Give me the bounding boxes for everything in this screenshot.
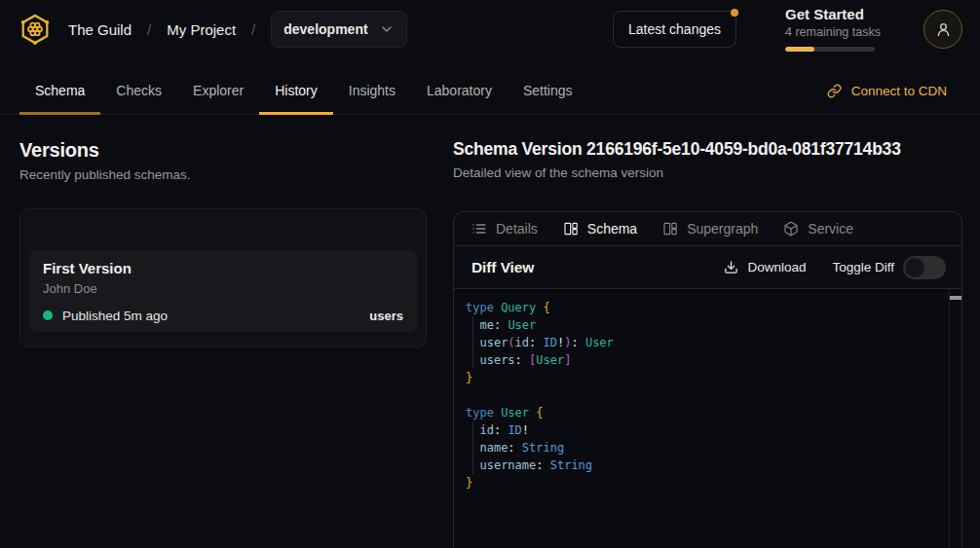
toggle-diff-label: Toggle Diff [832,260,894,274]
version-name: First Version [43,261,403,277]
target-select[interactable]: development [271,11,406,48]
versions-title: Versions [19,140,427,160]
code-line: username: String [466,457,936,474]
schema-code-viewer: type Query { me: User user(id: ID!): Use… [454,289,961,548]
version-meta-row: Published 5m ago users [43,309,403,323]
main-content: Versions Recently published schemas. Fir… [0,115,980,548]
nav-tab-label: Checks [116,83,162,98]
download-button[interactable]: Download [724,260,806,274]
toggle-knob [905,258,924,277]
nav-tab-label: Settings [523,83,573,98]
nav-tab-label: Explorer [193,83,244,98]
user-icon [934,20,953,39]
published-status-dot [43,311,53,320]
connect-to-cdn-label: Connect to CDN [851,84,947,98]
nav-tab-schema[interactable]: Schema [19,58,100,114]
nav-tab-history[interactable]: History [259,58,333,114]
breadcrumb-separator: / [147,21,151,38]
detail-tab-service[interactable]: Service [783,221,853,237]
detail-tab-label: Schema [587,221,637,237]
graphql-sdl-code[interactable]: type Query { me: User user(id: ID!): Use… [454,289,961,492]
header-right-cluster: Latest changes Get Started 4 remaining t… [613,7,962,52]
nav-tab-laboratory[interactable]: Laboratory [411,58,508,114]
detail-tab-details[interactable]: Details [471,221,538,237]
code-line: users: [User] [466,351,936,369]
detail-tab-label: Supergraph [687,221,758,237]
detail-tab-label: Service [808,221,853,237]
indent-guide [472,421,473,474]
toggle-diff-switch[interactable] [903,256,946,279]
detail-tab-supergraph[interactable]: Supergraph [662,221,758,237]
breadcrumb-project[interactable]: My Project [167,21,236,38]
version-status: Published 5m ago [62,309,168,323]
nav-tab-label: Insights [349,83,396,98]
version-service-badge: users [369,309,403,323]
get-started-widget[interactable]: Get Started 4 remaining tasks [785,7,875,52]
code-line: type Query { [466,299,936,316]
code-line: name: String [466,439,936,457]
schema-version-subtitle: Detailed view of the schema version [453,166,962,179]
top-header: The Guild / My Project / development Lat… [0,0,980,58]
schema-version-detail-box: Details Schema Supergr [453,211,962,548]
notification-dot [731,9,738,17]
latest-changes-label: Latest changes [628,21,721,37]
chevron-down-icon [379,21,395,37]
detail-tab-schema[interactable]: Schema [563,221,637,237]
box-icon [783,221,799,237]
nav-tab-label: History [275,83,318,98]
indent-guide [472,316,473,369]
breadcrumb-separator-2: / [251,21,255,38]
code-scrollbar-thumb[interactable] [950,296,961,300]
get-started-progressbar [785,47,875,52]
version-detail-panel: Schema Version 2166196f-5e10-4059-bd0a-0… [453,140,962,548]
nav-tab-explorer[interactable]: Explorer [177,58,259,114]
nav-tab-settings[interactable]: Settings [508,58,588,114]
detail-tab-label: Details [496,221,538,237]
primary-nav: Schema Checks Explorer History Insights … [0,58,980,115]
diff-actions: Download Toggle Diff [724,256,946,279]
code-line: } [466,474,936,492]
latest-changes-button[interactable]: Latest changes [613,11,736,48]
version-author: John Doe [43,282,403,296]
breadcrumb-org[interactable]: The Guild [68,21,132,38]
code-line: id: ID! [466,421,936,439]
nav-tab-checks[interactable]: Checks [100,58,177,114]
connect-to-cdn-link[interactable]: Connect to CDN [827,58,947,114]
code-line: user(id: ID!): User [466,334,936,351]
get-started-subtitle: 4 remaining tasks [785,26,875,39]
versions-subtitle: Recently published schemas. [19,168,427,181]
detail-tabs: Details Schema Supergr [454,212,961,246]
panels-icon [563,221,579,237]
panels-icon [662,221,678,237]
nav-tab-label: Laboratory [427,83,492,98]
diff-view-heading: Diff View [471,259,534,276]
nav-tab-insights[interactable]: Insights [333,58,411,114]
schema-version-title: Schema Version 2166196f-5e10-4059-bd0a-0… [453,140,962,158]
diff-toolbar: Diff View Download Toggle Diff [454,246,961,289]
code-scrollbar[interactable] [949,289,961,548]
version-card[interactable]: First Version John Doe Published 5m ago … [29,250,417,332]
user-avatar[interactable] [923,10,962,49]
link-icon [827,84,842,98]
code-line: } [466,369,936,386]
versions-panel: Versions Recently published schemas. Fir… [19,140,427,548]
download-icon [724,260,738,274]
versions-list: First Version John Doe Published 5m ago … [19,208,427,347]
target-select-value: development [283,21,367,37]
breadcrumb: The Guild / My Project / development [68,11,407,48]
nav-tab-label: Schema [35,83,85,98]
code-line: me: User [466,316,936,334]
get-started-progress-fill [785,47,814,52]
list-icon [471,221,487,237]
code-line: type User { [466,404,936,421]
code-line [466,386,936,404]
download-label: Download [747,260,806,274]
get-started-title: Get Started [785,7,875,21]
hive-logo-icon[interactable] [18,12,53,47]
